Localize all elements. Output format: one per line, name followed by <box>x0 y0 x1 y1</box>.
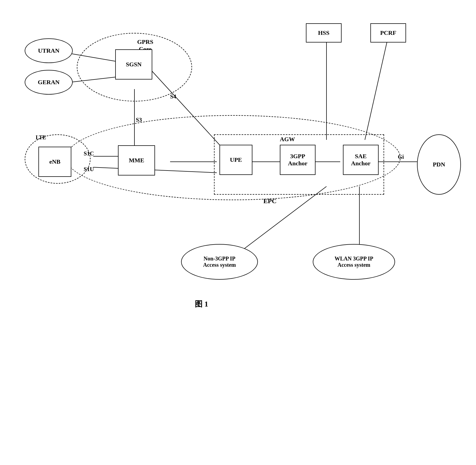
wlan3gpp-node: WLAN 3GPP IPAccess system <box>313 244 395 280</box>
non3gpp-node: Non-3GPP IPAccess system <box>181 244 258 280</box>
gi-label: Gi <box>398 154 404 160</box>
diagram-container: GPRSCore EPC UTRAN GERAN SGSN MME LTE eN… <box>16 16 461 450</box>
svg-line-11 <box>365 42 387 140</box>
pcrf-node: PCRF <box>370 23 406 42</box>
figure-caption: 图 1 <box>195 299 208 309</box>
epc-label: EPC <box>263 197 277 205</box>
geran-node: GERAN <box>25 70 73 95</box>
s3-label: S3 <box>136 117 142 123</box>
enb-node: eNB <box>38 147 71 177</box>
mme-node: MME <box>118 145 155 175</box>
s1c-label: S1C <box>84 150 94 157</box>
3gpp-anchor-node: 3GPPAnchor <box>280 145 316 175</box>
utran-node: UTRAN <box>25 38 73 63</box>
hss-node: HSS <box>306 23 342 42</box>
s1u-label: S1U <box>84 166 94 173</box>
sgsn-node: SGSN <box>115 49 152 80</box>
pdn-node: PDN <box>417 134 461 195</box>
s4-label: S4 <box>170 93 176 100</box>
upe-node: UPE <box>219 145 252 175</box>
sae-anchor-node: SAEAnchor <box>343 145 379 175</box>
agw-label: AGW <box>280 136 295 143</box>
